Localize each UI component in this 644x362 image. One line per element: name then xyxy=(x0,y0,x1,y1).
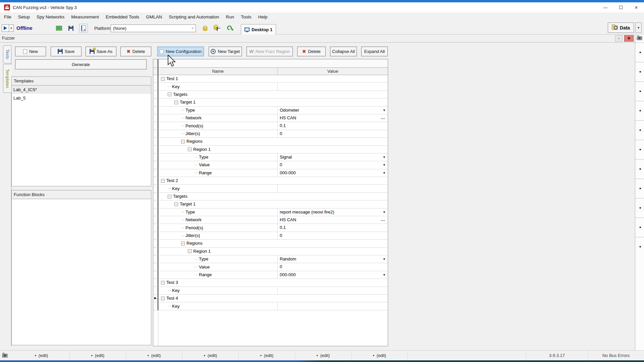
tree-value-cell[interactable]: Random▼ xyxy=(278,255,388,263)
tree-row[interactable]: Key xyxy=(153,83,388,90)
tree-row[interactable]: −Targets xyxy=(153,193,388,200)
save-template-button[interactable]: Save xyxy=(51,47,82,56)
dock-strip-cell[interactable]: ◆ xyxy=(635,101,644,120)
status-edit-segment[interactable]: ♦(edit) xyxy=(182,351,239,360)
platform-select[interactable]: (None) ˅ xyxy=(111,24,196,32)
tree-name-cell[interactable]: Type xyxy=(158,208,278,216)
titlebar[interactable]: CAN Fuzzing.vs3 - Vehicle Spy 3 — ✕ xyxy=(0,2,644,12)
tree-row[interactable]: −Regions xyxy=(153,138,388,145)
dropdown-arrow-icon[interactable]: ▼ xyxy=(383,208,386,216)
tree-row[interactable]: −Target 1 xyxy=(153,99,388,106)
tree-name-cell[interactable]: Key xyxy=(158,185,278,192)
tree-row[interactable]: NetworkHS CAN… xyxy=(153,216,388,224)
database-save-button[interactable] xyxy=(213,23,221,32)
dock-strip-cell[interactable]: ◆ xyxy=(635,43,644,62)
tree-name-cell[interactable]: Jitter(s) xyxy=(158,130,278,138)
tree-value-cell[interactable] xyxy=(278,295,388,302)
side-tab-templates[interactable]: Templates xyxy=(3,64,12,93)
side-tab-tests[interactable]: Tests xyxy=(3,45,11,63)
tree-value-cell[interactable] xyxy=(278,138,388,145)
dropdown-arrow-icon[interactable]: ▼ xyxy=(383,161,386,169)
tree-row[interactable]: TypeOdometer▼ xyxy=(153,107,388,114)
maximize-button[interactable] xyxy=(613,2,629,12)
tree-name-cell[interactable]: Type xyxy=(158,107,278,114)
tree-name-cell[interactable]: −Targets xyxy=(158,91,278,99)
tree-value-cell[interactable]: Odometer▼ xyxy=(278,107,388,114)
data-dropdown-button[interactable]: ▼ xyxy=(635,22,642,33)
browse-ellipsis-button[interactable]: … xyxy=(381,216,385,223)
tree-value-cell[interactable] xyxy=(278,83,388,90)
tree-name-cell[interactable]: Value xyxy=(158,263,278,271)
save-setup-button[interactable] xyxy=(66,24,75,33)
tree-name-cell[interactable]: Key xyxy=(158,287,278,295)
generate-button[interactable]: Generate xyxy=(15,59,147,69)
tab-desktop-1[interactable]: Desktop 1 xyxy=(241,24,276,35)
tree-row[interactable]: −Regions xyxy=(153,240,388,247)
collapse-toggle-icon[interactable]: − xyxy=(181,140,185,143)
collapse-toggle-icon[interactable]: − xyxy=(174,101,178,104)
tree-value-cell[interactable] xyxy=(278,279,388,287)
run-dropdown-button[interactable]: ▼ xyxy=(9,24,14,32)
menu-item-setup[interactable]: Setup xyxy=(15,12,33,21)
tree-name-cell[interactable]: Value xyxy=(158,161,278,169)
tree-row[interactable]: −Region 1 xyxy=(153,146,388,154)
collapse-toggle-icon[interactable]: − xyxy=(168,93,171,96)
tree-value-cell[interactable]: 0 xyxy=(278,232,388,240)
collapse-toggle-icon[interactable]: − xyxy=(188,147,192,151)
tree-value-cell[interactable]: 000-000▼ xyxy=(278,169,388,177)
template-item[interactable]: Lab_5 xyxy=(12,94,151,102)
tree-name-cell[interactable]: −Target 1 xyxy=(158,200,278,208)
tree-value-cell[interactable] xyxy=(278,193,388,200)
tree-name-cell[interactable]: Key xyxy=(158,302,278,310)
menu-item-run[interactable]: Run xyxy=(222,12,237,21)
tree-value-cell[interactable] xyxy=(278,240,388,247)
dock-strip-cell[interactable]: ◆ xyxy=(635,218,644,237)
menu-item-file[interactable]: File xyxy=(1,12,15,21)
data-button[interactable]: Data xyxy=(608,22,634,33)
dropdown-arrow-icon[interactable]: ▼ xyxy=(383,154,386,161)
tree-row[interactable]: Value0 xyxy=(153,263,388,271)
save-as-template-button[interactable]: Save As xyxy=(86,47,116,56)
dock-strip-cell[interactable]: ◆ xyxy=(635,140,644,159)
dock-strip-cell[interactable]: ◆ xyxy=(635,179,644,198)
tree-row[interactable]: Key xyxy=(153,287,388,295)
tree-row[interactable]: Key xyxy=(153,302,388,310)
run-button[interactable] xyxy=(2,24,9,32)
tree-value-cell[interactable] xyxy=(278,185,388,192)
tree-name-cell[interactable]: Key xyxy=(158,83,278,90)
tree-name-cell[interactable]: −Regions xyxy=(158,138,278,145)
status-edit-segment[interactable]: ♦(edit) xyxy=(126,351,182,360)
tree-row[interactable]: Range000-000▼ xyxy=(153,169,388,177)
menu-item-measurement[interactable]: Measurement xyxy=(68,12,102,21)
collapse-toggle-icon[interactable]: − xyxy=(161,297,165,300)
menu-item-gmlan[interactable]: GMLAN xyxy=(143,12,165,21)
dock-strip-cell[interactable]: ◆ xyxy=(635,62,644,81)
tree-row[interactable]: Period(s)0.1 xyxy=(153,224,388,232)
menu-item-embedded-tools[interactable]: Embedded Tools xyxy=(102,12,143,21)
collapse-toggle-icon[interactable]: − xyxy=(188,249,192,253)
expand-all-button[interactable]: Expand All xyxy=(361,47,388,56)
tree-name-cell[interactable]: −Targets xyxy=(158,193,278,200)
tree-name-cell[interactable]: −Test 3 xyxy=(158,279,278,287)
dropdown-arrow-icon[interactable]: ▼ xyxy=(383,169,386,177)
menu-item-help[interactable]: Help xyxy=(255,12,271,21)
tree-value-cell[interactable]: report message (neovi fire2)▼ xyxy=(278,208,388,216)
dock-strip-cell[interactable]: ◆ xyxy=(635,198,644,218)
dock-strip-cell[interactable]: ◆ xyxy=(635,120,644,140)
tools-button[interactable] xyxy=(225,24,234,33)
collapse-toggle-icon[interactable]: − xyxy=(161,281,165,285)
tree-name-cell[interactable]: −Region 1 xyxy=(158,248,278,255)
column-header-name[interactable]: Name xyxy=(158,68,278,75)
tree-value-cell[interactable]: 000-000▼ xyxy=(278,271,388,279)
tree-value-cell[interactable]: HS CAN… xyxy=(278,216,388,224)
minimize-button[interactable]: — xyxy=(598,2,613,12)
tree-row[interactable]: NetworkHS CAN… xyxy=(153,114,388,122)
dock-strip-cell[interactable]: ◆ xyxy=(635,159,644,179)
tree-name-cell[interactable]: Period(s) xyxy=(158,122,278,130)
status-edit-segment[interactable]: ♦(edit) xyxy=(352,351,408,360)
tree-row[interactable]: −Region 1 xyxy=(153,248,388,255)
tree-name-cell[interactable]: −Test 2 xyxy=(158,177,278,185)
tree-name-cell[interactable]: Network xyxy=(158,114,278,122)
status-edit-segment[interactable]: ♦(edit) xyxy=(13,351,70,360)
tree-value-cell[interactable]: Signal▼ xyxy=(278,154,388,161)
